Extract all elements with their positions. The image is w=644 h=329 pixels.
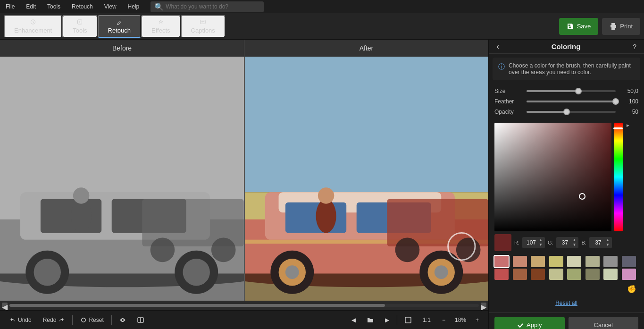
r-decrement[interactable]: ▼: [538, 243, 543, 247]
svg-rect-47: [405, 317, 411, 323]
swatch-4[interactable]: [567, 256, 581, 267]
feather-slider-thumb[interactable]: [612, 98, 619, 105]
swatch-13[interactable]: [585, 269, 600, 280]
before-image-panel[interactable]: [0, 57, 244, 301]
scroll-left[interactable]: ◀: [2, 303, 8, 308]
swatch-1[interactable]: [513, 256, 527, 267]
tab-effects[interactable]: Effects: [141, 15, 181, 38]
reset-all-link[interactable]: Reset all: [555, 300, 577, 306]
panel-title: Coloring: [501, 42, 631, 51]
svg-point-20: [211, 237, 236, 262]
swatch-11[interactable]: [549, 269, 563, 280]
r-increment[interactable]: ▲: [538, 238, 543, 243]
menu-edit[interactable]: Edit: [24, 2, 38, 11]
swatch-2[interactable]: [531, 256, 545, 267]
opacity-control: Opacity 50: [494, 109, 638, 115]
apply-button[interactable]: Apply: [494, 317, 565, 329]
menu-file[interactable]: File: [4, 2, 17, 11]
tab-enhancement[interactable]: Enhancement: [4, 15, 62, 38]
swatch-9[interactable]: [513, 269, 527, 280]
opacity-slider-thumb[interactable]: [563, 109, 570, 115]
swatch-8[interactable]: [494, 269, 509, 280]
menu-retouch[interactable]: Retouch: [70, 2, 95, 11]
swatch-5[interactable]: [585, 256, 600, 267]
nav-left[interactable]: ◀: [348, 315, 360, 325]
svg-point-39: [316, 199, 336, 233]
menu-help[interactable]: Help: [126, 2, 142, 11]
before-label: Before: [0, 40, 244, 57]
eye-icon: [119, 317, 126, 323]
eye-button[interactable]: [116, 315, 130, 325]
nav-right[interactable]: ▶: [381, 315, 393, 325]
image-area[interactable]: [0, 57, 488, 301]
color-gradient[interactable]: [494, 123, 611, 231]
g-increment[interactable]: ▲: [572, 238, 577, 243]
b-increment[interactable]: ▲: [605, 238, 610, 243]
after-image-panel[interactable]: [245, 57, 489, 301]
b-decrement[interactable]: ▼: [605, 243, 610, 247]
print-button[interactable]: Print: [602, 18, 640, 35]
hue-bar[interactable]: [614, 123, 623, 231]
panel-header: ‹ Coloring ?: [489, 40, 644, 54]
r-input[interactable]: [524, 239, 538, 246]
b-input[interactable]: [591, 239, 605, 246]
swatch-6[interactable]: [603, 256, 618, 267]
redo-button[interactable]: Redo: [39, 315, 69, 325]
g-value-input[interactable]: ▲ ▼: [556, 237, 579, 248]
r-value-input[interactable]: ▲ ▼: [522, 237, 545, 248]
compare-button[interactable]: [134, 315, 148, 325]
swatch-7[interactable]: [622, 256, 636, 267]
enhance-icon: [28, 19, 38, 25]
panel-back-button[interactable]: ‹: [494, 40, 501, 53]
main-area: Before After: [0, 40, 644, 329]
feather-slider-track[interactable]: [527, 101, 616, 102]
tab-retouch[interactable]: Retouch: [98, 15, 141, 38]
zoom-in[interactable]: +: [472, 315, 483, 325]
opacity-slider-track[interactable]: [527, 111, 616, 113]
swatch-14[interactable]: [603, 269, 618, 280]
feather-slider-fill: [527, 101, 616, 102]
color-cursor: [579, 193, 585, 200]
scrollbar-h[interactable]: [9, 304, 479, 307]
panel-info: ⓘ Choose a color for the brush, then car…: [493, 58, 640, 80]
save-button[interactable]: Save: [559, 18, 599, 35]
b-value-input[interactable]: ▲ ▼: [589, 237, 612, 248]
scroll-right[interactable]: ▶: [481, 303, 486, 308]
g-decrement[interactable]: ▼: [572, 243, 577, 247]
size-slider-thumb[interactable]: [575, 88, 582, 94]
retouch-icon: [115, 19, 124, 25]
panel-help-button[interactable]: ?: [631, 41, 638, 52]
svg-rect-2: [201, 20, 205, 24]
size-slider-fill: [527, 90, 578, 92]
reset-icon: [80, 317, 87, 323]
menu-view[interactable]: View: [102, 2, 118, 11]
svg-point-15: [183, 259, 210, 286]
search-input[interactable]: [166, 3, 260, 10]
reset-button[interactable]: Reset: [76, 315, 107, 325]
size-slider-track[interactable]: [527, 90, 616, 92]
undo-button[interactable]: Undo: [6, 315, 35, 325]
swatch-10[interactable]: [531, 269, 545, 280]
current-color-swatch[interactable]: [494, 234, 511, 251]
ratio-button[interactable]: 1:1: [419, 315, 435, 325]
tab-captions[interactable]: Captions: [181, 15, 226, 38]
feather-value: 100: [619, 98, 638, 105]
menu-tools[interactable]: Tools: [45, 2, 62, 11]
svg-rect-28: [285, 202, 346, 233]
cancel-button[interactable]: Cancel: [569, 317, 639, 329]
swatch-3[interactable]: [549, 256, 563, 267]
g-input[interactable]: [558, 239, 572, 246]
swatch-15[interactable]: [622, 269, 636, 280]
info-icon: ⓘ: [498, 63, 505, 71]
bottom-divider-1: [72, 315, 73, 325]
search-bar: 🔍: [151, 1, 264, 12]
reset-row: Reset all: [494, 296, 638, 309]
controls-section: Size 50,0 Feather 100 Opacity: [489, 84, 644, 119]
tab-tools[interactable]: Tools: [62, 15, 97, 38]
zoom-out[interactable]: −: [438, 315, 449, 325]
thumbnail-view[interactable]: [401, 315, 415, 325]
swatch-0[interactable]: [494, 256, 509, 267]
swatch-12[interactable]: [567, 269, 581, 280]
nav-folder[interactable]: [363, 315, 377, 325]
eyedropper-button[interactable]: ✊: [627, 285, 636, 294]
